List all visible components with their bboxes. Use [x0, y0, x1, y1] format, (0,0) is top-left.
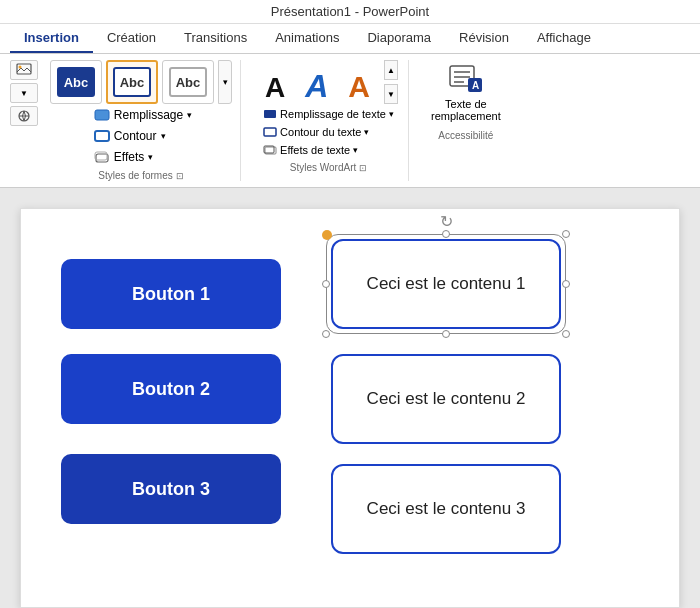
- extra-icon[interactable]: [10, 106, 38, 126]
- wordart-controls: A A A ▲ ▼ Remplissage de texte ▾: [259, 60, 398, 158]
- wordart-btn-blue[interactable]: A: [299, 68, 334, 104]
- shape-style-3-label: Abc: [176, 75, 201, 90]
- tab-diaporama[interactable]: Diaporama: [353, 24, 445, 53]
- handle-top-right[interactable]: [562, 230, 570, 238]
- wordart-texte-contour-btn[interactable]: Contour du texte ▾: [260, 124, 397, 140]
- handle-middle-left[interactable]: [322, 280, 330, 288]
- shape-style-btn-3[interactable]: Abc: [162, 60, 214, 104]
- tab-bar: Insertion Création Transitions Animation…: [0, 24, 700, 54]
- svg-rect-6: [96, 154, 108, 162]
- ribbon: ▼ Abc Abc Abc: [0, 54, 700, 188]
- shape-style-buttons: Abc Abc Abc ▾: [50, 60, 232, 104]
- effets-btn[interactable]: Effets ▾: [90, 148, 196, 166]
- shape-styles-section: Abc Abc Abc ▾: [50, 60, 241, 181]
- remplissage-btn[interactable]: Remplissage ▾: [90, 106, 196, 124]
- texte-remplacement-label: Texte de remplacement: [431, 98, 501, 122]
- left-icon-group: ▼: [10, 60, 38, 181]
- shape-style-dropdown[interactable]: ▾: [218, 60, 232, 104]
- svg-rect-7: [95, 152, 107, 160]
- svg-rect-4: [95, 110, 109, 120]
- styles-wordart-label: Styles WordArt ⊡: [290, 162, 368, 173]
- styles-formes-label: Styles de formes ⊡: [98, 170, 183, 181]
- tab-transitions[interactable]: Transitions: [170, 24, 261, 53]
- tab-animations[interactable]: Animations: [261, 24, 353, 53]
- wordart-texte-effets-btn[interactable]: Effets de texte ▾: [260, 142, 397, 158]
- wordart-expand-icon[interactable]: ⊡: [359, 163, 367, 173]
- fill-group: Remplissage ▾ Contour ▾ Effets ▾: [90, 106, 196, 166]
- shape-style-2-label: Abc: [120, 75, 145, 90]
- shape-style-btn-1[interactable]: Abc: [50, 60, 102, 104]
- tab-creation[interactable]: Création: [93, 24, 170, 53]
- svg-point-1: [19, 66, 22, 69]
- wordart-btn-black[interactable]: A: [259, 72, 291, 104]
- wordart-btn-orange[interactable]: A: [342, 70, 376, 104]
- wordart-texte-fill-btn[interactable]: Remplissage de texte ▾: [260, 106, 397, 122]
- slide-button-1[interactable]: Bouton 1: [61, 259, 281, 329]
- tab-insertion[interactable]: Insertion: [10, 24, 93, 53]
- contour-icon: [94, 130, 110, 142]
- wordart-side-controls: Remplissage de texte ▾ Contour du texte …: [260, 106, 397, 158]
- wordart-scroll-down[interactable]: ▼: [384, 84, 398, 104]
- effets-icon: [94, 151, 110, 163]
- content-box-1[interactable]: Ceci est le contenu 1: [331, 239, 561, 329]
- svg-rect-8: [264, 110, 276, 118]
- slide-area: Bouton 1 Bouton 2 Bouton 3 Ceci est le c…: [0, 188, 700, 608]
- slide-content: Bouton 1 Bouton 2 Bouton 3 Ceci est le c…: [20, 208, 680, 608]
- handle-middle-right[interactable]: [562, 280, 570, 288]
- svg-rect-9: [264, 128, 276, 136]
- handle-bottom-middle[interactable]: [442, 330, 450, 338]
- remplissage-icon: [94, 109, 110, 121]
- contour-btn[interactable]: Contour ▾: [90, 127, 196, 145]
- wordart-scroll-up[interactable]: ▲: [384, 60, 398, 80]
- tab-affichage[interactable]: Affichage: [523, 24, 605, 53]
- accessibilite-label: Accessibilité: [438, 130, 493, 141]
- svg-rect-5: [95, 131, 109, 141]
- wordart-section: A A A ▲ ▼ Remplissage de texte ▾: [249, 60, 409, 181]
- remplissage-arrow: ▾: [187, 110, 192, 120]
- slide-button-3[interactable]: Bouton 3: [61, 454, 281, 524]
- shapes-dropdown-icon[interactable]: ▼: [10, 83, 38, 103]
- effets-arrow: ▾: [148, 152, 153, 162]
- texte-remplacement-btn[interactable]: A Texte de remplacement: [423, 60, 509, 126]
- shape-style-1-label: Abc: [64, 75, 89, 90]
- rotate-handle[interactable]: ↻: [440, 212, 453, 231]
- handle-bottom-left[interactable]: [322, 330, 330, 338]
- image-icon[interactable]: [10, 60, 38, 80]
- content-box-2[interactable]: Ceci est le contenu 2: [331, 354, 561, 444]
- corner-handle-orange[interactable]: [322, 230, 332, 240]
- styles-formes-expand-icon[interactable]: ⊡: [176, 171, 184, 181]
- svg-rect-0: [17, 64, 31, 74]
- handle-bottom-right[interactable]: [562, 330, 570, 338]
- texte-remplacement-icon: A: [448, 64, 484, 94]
- title-bar: Présentation1 - PowerPoint: [0, 0, 700, 24]
- contour-arrow: ▾: [161, 131, 166, 141]
- accessibilite-section: A Texte de remplacement Accessibilité: [417, 60, 515, 181]
- content-box-3[interactable]: Ceci est le contenu 3: [331, 464, 561, 554]
- handle-top-middle[interactable]: [442, 230, 450, 238]
- shape-style-btn-2[interactable]: Abc: [106, 60, 158, 104]
- slide-button-2[interactable]: Bouton 2: [61, 354, 281, 424]
- title-text: Présentation1 - PowerPoint: [271, 4, 429, 19]
- svg-text:A: A: [472, 80, 479, 91]
- tab-revision[interactable]: Révision: [445, 24, 523, 53]
